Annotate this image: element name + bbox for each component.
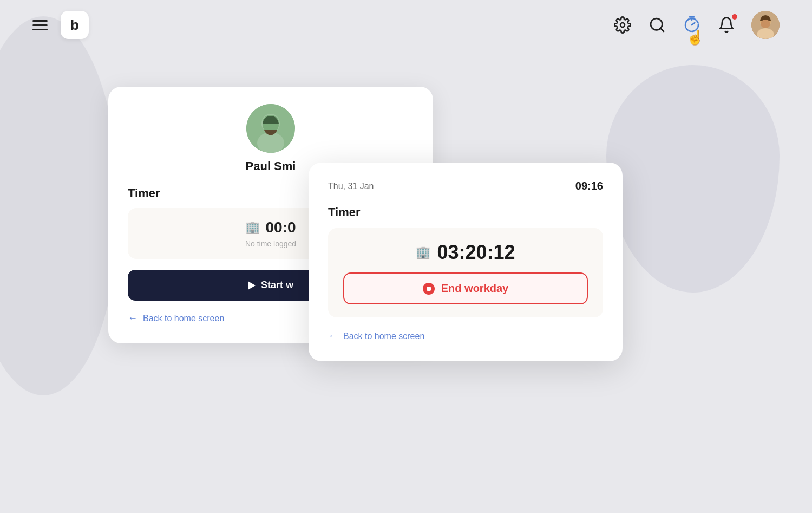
timer-time-row-front: 🏢 03:20:12 [343,241,588,264]
start-workday-label: Start w [261,280,293,291]
logo-box[interactable]: b [61,11,89,39]
navbar: b ☝️ [0,0,812,50]
building-icon-behind: 🏢 [245,220,260,235]
end-workday-label: End workday [441,282,508,295]
svg-point-0 [620,23,625,27]
svg-line-5 [692,23,695,25]
cursor-hand-icon: ☝️ [686,30,704,44]
notification-badge [731,13,738,21]
time-value-behind: 00:0 [265,219,296,236]
user-avatar-nav[interactable] [751,11,780,39]
card-front: Thu, 31 Jan 09:16 Timer 🏢 03:20:12 End w… [309,163,623,361]
timer-label-front: Timer [328,205,603,219]
timer-display-box-front: 🏢 03:20:12 End workday [328,228,603,317]
back-link-label-front: Back to home screen [343,332,424,341]
settings-icon[interactable] [613,15,632,35]
person-face [751,11,780,39]
user-avatar [246,104,295,153]
back-to-home-front[interactable]: ← Back to home screen [328,330,603,342]
stop-icon-inner [427,287,431,291]
back-link-label-behind: Back to home screen [143,314,224,323]
time-text: 09:16 [575,180,603,192]
time-value-front: 03:20:12 [437,241,515,264]
arrow-left-icon-behind: ← [128,313,137,324]
card-front-header: Thu, 31 Jan 09:16 [328,180,603,192]
arrow-left-icon-front: ← [328,330,338,342]
user-name: Paul Smi [246,159,296,173]
bg-shape-left [0,16,119,395]
navbar-left: b [32,11,89,39]
svg-point-12 [761,20,770,28]
bell-icon[interactable] [717,15,736,35]
date-text: Thu, 31 Jan [328,181,374,191]
timer-time-row-behind: 🏢 00:0 [245,219,296,236]
no-time-text: No time logged [245,239,296,248]
building-icon-front: 🏢 [416,245,430,259]
timer-icon[interactable]: ☝️ [682,15,702,35]
play-icon [248,281,256,290]
user-avatar-svg [246,104,295,153]
navbar-right: ☝️ [613,11,780,39]
stop-icon [423,283,435,295]
bg-shape-right [606,65,780,293]
end-workday-button[interactable]: End workday [343,272,588,304]
search-icon[interactable] [647,15,667,35]
svg-line-2 [660,28,664,31]
avatar-svg [751,11,780,39]
hamburger-icon[interactable] [32,20,48,30]
